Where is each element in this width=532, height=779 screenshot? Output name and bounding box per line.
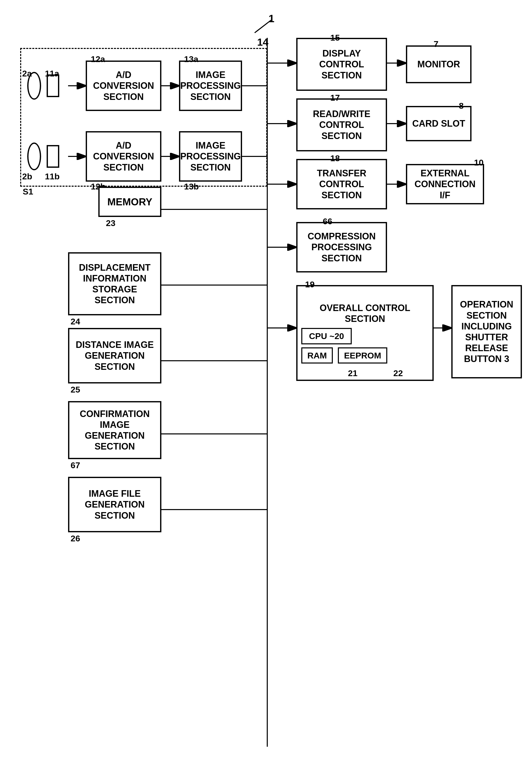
distance-image-block: DISTANCE IMAGEGENERATIONSECTION xyxy=(68,328,161,383)
label-11b: 11b xyxy=(45,172,60,181)
label-23: 23 xyxy=(106,218,116,228)
label-8: 8 xyxy=(459,101,464,111)
label-17: 17 xyxy=(330,93,340,103)
label-66: 66 xyxy=(323,217,332,226)
label-21: 21 xyxy=(348,368,357,378)
label-2a: 2a xyxy=(22,69,32,78)
sensor-11b xyxy=(47,145,59,168)
displacement-info-block: DISPLACEMENTINFORMATIONSTORAGE SECTION xyxy=(68,252,161,315)
label-10: 10 xyxy=(474,158,483,168)
image-processing-top: IMAGEPROCESSINGSECTION xyxy=(179,61,242,111)
label-12a: 12a xyxy=(91,54,105,64)
read-write-block: READ/WRITECONTROLSECTION xyxy=(296,99,387,152)
ad-conversion-bot: A/DCONVERSIONSECTION xyxy=(86,131,161,182)
label-15: 15 xyxy=(330,33,340,43)
lens-2b xyxy=(27,142,41,170)
label-22: 22 xyxy=(393,368,403,378)
ad-conversion-top: A/DCONVERSIONSECTION xyxy=(86,61,161,111)
display-control-block: DISPLAYCONTROLSECTION xyxy=(296,38,387,91)
label-7: 7 xyxy=(434,39,439,49)
title-number: 1 xyxy=(269,13,274,25)
label-67: 67 xyxy=(71,460,80,470)
label-13b: 13b xyxy=(184,182,199,191)
label-25: 25 xyxy=(71,385,80,395)
label-24: 24 xyxy=(71,317,80,326)
label-19: 19 xyxy=(305,280,315,289)
memory-block: MEMORY xyxy=(98,187,161,217)
card-slot-block: CARD SLOT xyxy=(406,106,471,141)
monitor-block: MONITOR xyxy=(406,45,471,83)
label-18: 18 xyxy=(330,154,340,163)
s1-label: S1 xyxy=(23,187,33,196)
confirmation-image-block: CONFIRMATIONIMAGE GENERATIONSECTION xyxy=(68,401,161,459)
label-26: 26 xyxy=(71,534,80,543)
label-11a: 11a xyxy=(45,69,59,78)
operation-section-block: OPERATIONSECTIONINCLUDINGSHUTTERRELEASEB… xyxy=(451,285,522,378)
label-13a: 13a xyxy=(184,54,198,64)
external-connection-block: EXTERNALCONNECTION I/F xyxy=(406,164,484,204)
label-2b: 2b xyxy=(22,172,32,181)
label-14: 14 xyxy=(257,37,269,48)
overall-control-block: OVERALL CONTROLSECTION CPU ~20 RAM EEPRO… xyxy=(296,285,434,381)
transfer-control-block: TRANSFERCONTROLSECTION xyxy=(296,159,387,209)
diagram: 1 S1 2a 11a 2b 11b A/DCONVERSIONSECTION … xyxy=(0,0,532,779)
image-file-block: IMAGE FILEGENERATIONSECTION xyxy=(68,477,161,532)
compression-block: COMPRESSIONPROCESSINGSECTION xyxy=(296,222,387,273)
image-processing-bot: IMAGEPROCESSINGSECTION xyxy=(179,131,242,182)
